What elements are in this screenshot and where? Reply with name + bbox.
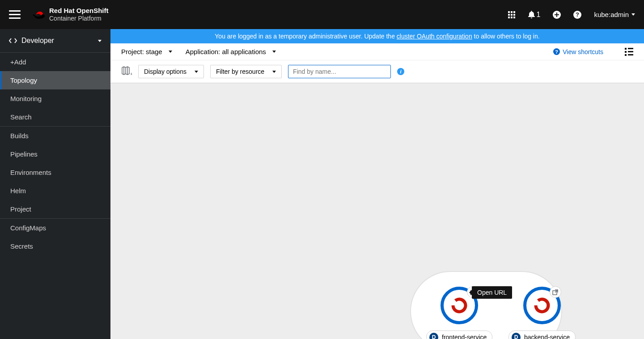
project-label: Project: stage	[121, 48, 162, 55]
context-bar: Project: stage Application: all applicat…	[110, 43, 644, 60]
list-view-toggle[interactable]	[625, 48, 633, 56]
svg-text:+: +	[130, 71, 132, 76]
redhat-fedora-icon	[33, 10, 45, 19]
sidebar-item-environments[interactable]: Environments	[0, 163, 110, 182]
svg-rect-6	[508, 17, 510, 18]
sidebar-item-monitoring[interactable]: Monitoring	[0, 89, 110, 108]
perspective-switcher[interactable]: Developer	[0, 29, 110, 53]
sidebar-item-topology[interactable]: Topology	[0, 71, 110, 89]
kind-badge-deployment: D	[429, 333, 438, 339]
sidebar-item-pipelines[interactable]: Pipelines	[0, 145, 110, 163]
chevron-down-icon	[98, 40, 102, 42]
open-url-decorator[interactable]	[550, 286, 561, 298]
svg-rect-5	[513, 14, 515, 16]
user-menu-button[interactable]: kube:admin	[594, 11, 635, 18]
topology-toolbar: + Display options Filter by resource i	[110, 60, 644, 83]
svg-rect-2	[513, 11, 515, 13]
notif-count: 1	[537, 11, 541, 19]
svg-rect-0	[508, 11, 510, 13]
bell-icon	[528, 11, 535, 18]
brand-line1a: Red Hat	[49, 7, 75, 14]
sidebar-item-builds[interactable]: Builds	[0, 127, 110, 145]
sidebar-item-label: Helm	[10, 187, 26, 195]
oauth-warning-banner: You are logged in as a temporary adminis…	[110, 29, 644, 43]
node-name: backend-service	[524, 334, 570, 339]
svg-rect-3	[508, 14, 510, 16]
node-label[interactable]: D frontend-service	[426, 331, 492, 339]
banner-text-post: to allow others to log in.	[472, 33, 540, 40]
sidebar-item-add[interactable]: +Add	[0, 53, 110, 71]
sidebar-item-label: ConfigMaps	[10, 224, 46, 232]
svg-point-17	[451, 297, 468, 314]
sidebar-item-secrets[interactable]: Secrets	[0, 237, 110, 255]
kind-badge-deployment: D	[512, 333, 521, 339]
sidebar: Developer +Add Topology Monitoring Searc…	[0, 29, 110, 339]
plus-circle-icon	[553, 11, 561, 19]
banner-text-pre: You are logged in as a temporary adminis…	[215, 33, 397, 40]
svg-rect-11	[555, 14, 559, 15]
sidebar-item-label: Secrets	[10, 242, 33, 250]
sidebar-item-label: Environments	[10, 169, 51, 176]
tooltip-open-url: Open URL	[472, 286, 512, 299]
node-ring[interactable]	[523, 287, 561, 324]
chevron-down-icon	[169, 51, 172, 53]
svg-text:?: ?	[555, 49, 558, 55]
info-circle-icon: ?	[553, 48, 560, 55]
topology-canvas[interactable]: D frontend-service Open URL D backen	[110, 83, 644, 339]
sidebar-item-label: Monitoring	[10, 95, 42, 102]
sidebar-item-label: Search	[10, 113, 32, 121]
filter-resource-dropdown[interactable]: Filter by resource	[210, 65, 282, 78]
chevron-down-icon	[195, 71, 198, 73]
code-icon	[9, 38, 17, 44]
notifications-button[interactable]: 1	[528, 11, 541, 19]
svg-rect-4	[511, 14, 513, 16]
app-launcher-icon[interactable]	[508, 11, 516, 19]
sidebar-item-label: Pipelines	[10, 150, 38, 158]
openshift-icon	[450, 296, 469, 315]
node-name: frontend-service	[442, 334, 487, 339]
chevron-down-icon	[631, 13, 635, 16]
project-dropdown[interactable]: Project: stage	[121, 48, 172, 55]
perspective-label: Developer	[21, 37, 54, 45]
chevron-down-icon	[272, 71, 276, 73]
display-options-dropdown[interactable]: Display options	[138, 65, 204, 78]
sidebar-item-label: Builds	[10, 132, 29, 140]
question-circle-icon: ?	[573, 11, 581, 19]
sidebar-item-helm[interactable]: Helm	[0, 182, 110, 200]
svg-rect-8	[513, 17, 515, 18]
layout-icon[interactable]: +	[121, 66, 132, 77]
brand-line1b: OpenShift	[76, 7, 109, 14]
openshift-icon	[533, 296, 551, 315]
chevron-down-icon	[272, 51, 276, 53]
banner-oauth-link[interactable]: cluster OAuth configuration	[397, 33, 472, 40]
brand-line2: Container Platform	[49, 15, 109, 22]
view-shortcuts-label: View shortcuts	[563, 48, 603, 55]
sidebar-item-label: Project	[10, 205, 31, 213]
help-button[interactable]: ?	[573, 11, 581, 19]
application-label: Application: all applications	[186, 48, 266, 55]
sidebar-item-configmaps[interactable]: ConfigMaps	[0, 219, 110, 237]
filter-resource-label: Filter by resource	[216, 68, 264, 75]
hamburger-menu-button[interactable]	[9, 10, 21, 19]
masthead: Red Hat OpenShift Container Platform 1 ?…	[0, 0, 644, 29]
sidebar-item-project[interactable]: Project	[0, 200, 110, 218]
sidebar-item-search[interactable]: Search	[0, 108, 110, 126]
sidebar-item-label: +Add	[10, 58, 26, 66]
tooltip-text: Open URL	[477, 289, 507, 296]
svg-rect-7	[511, 17, 513, 18]
display-options-label: Display options	[144, 68, 186, 75]
view-shortcuts-link[interactable]: ? View shortcuts	[553, 48, 603, 55]
find-by-name-input[interactable]	[288, 65, 391, 78]
find-info-icon[interactable]: i	[397, 68, 404, 75]
sidebar-item-label: Topology	[10, 76, 37, 84]
svg-point-19	[534, 297, 550, 314]
svg-text:?: ?	[576, 11, 579, 18]
node-backend-service[interactable]: D backend-service	[508, 287, 576, 339]
application-dropdown[interactable]: Application: all applications	[186, 48, 276, 55]
add-button[interactable]	[553, 11, 561, 19]
external-link-icon	[552, 289, 558, 295]
node-label[interactable]: D backend-service	[508, 331, 576, 339]
content: You are logged in as a temporary adminis…	[110, 29, 644, 339]
brand-logo[interactable]: Red Hat OpenShift Container Platform	[33, 7, 109, 22]
user-label: kube:admin	[594, 11, 629, 18]
